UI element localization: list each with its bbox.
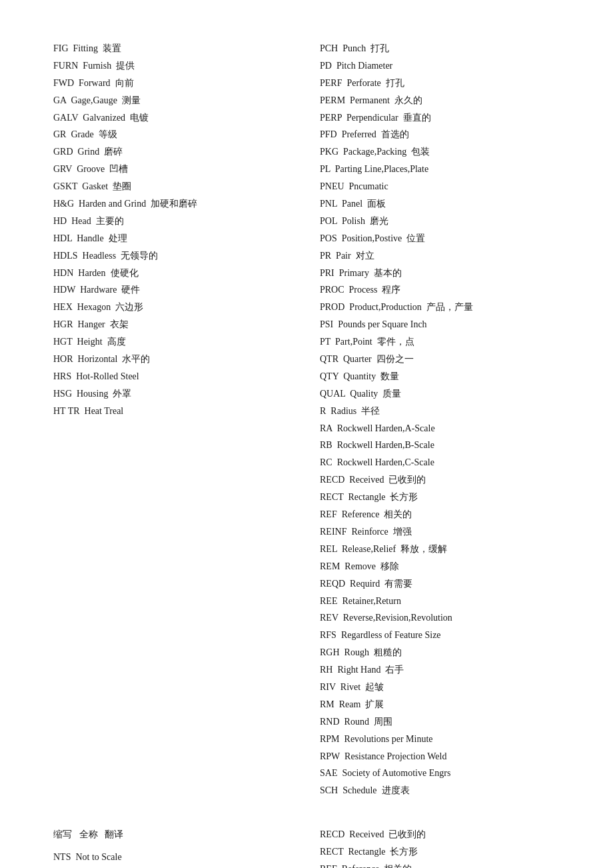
list-item: RECD Received 已收到的 — [320, 826, 560, 843]
list-item: REF Reference 相关的 — [320, 861, 560, 868]
bottom-section: 缩写 全称 翻译 NTS Not to ScaleOA Over All 所有O… — [53, 826, 560, 868]
list-item: PSI Pounds per Square Inch — [320, 316, 560, 333]
list-item: REM Remove 移除 — [320, 558, 560, 575]
list-item: PRI Primary 基本的 — [320, 265, 560, 282]
list-item: SCH Schedule 进度表 — [320, 782, 560, 799]
list-item: GALV Galvanized 电镀 — [53, 109, 293, 127]
list-item: QUAL Quality 质量 — [320, 385, 560, 403]
list-item: FIG Fitting 装置 — [53, 40, 293, 57]
list-item: PFD Preferred 首选的 — [320, 126, 560, 143]
list-item: REF Reference 相关的 — [320, 506, 560, 523]
list-item: GRV Groove 凹槽 — [53, 161, 293, 178]
list-item: HGR Hanger 衣架 — [53, 316, 293, 333]
list-item: RM Ream 扩展 — [320, 696, 560, 713]
list-item: FURN Furnish 提供 — [53, 57, 293, 75]
list-item: RGH Rough 粗糙的 — [320, 644, 560, 661]
list-item: RPM Revolutions per Minute — [320, 731, 560, 748]
list-item: RND Round 周围 — [320, 713, 560, 731]
list-item: HOR Horizontal 水平的 — [53, 351, 293, 368]
list-item: PT Part,Point 零件，点 — [320, 333, 560, 351]
list-item: RECT Rectangle 长方形 — [320, 843, 560, 861]
list-item: FWD Forward 向前 — [53, 75, 293, 92]
list-item: HGT Height 高度 — [53, 333, 293, 351]
list-item: HT TR Heat Treal — [53, 403, 293, 420]
list-item: GR Grade 等级 — [53, 126, 293, 143]
list-item: HDW Hardware 硬件 — [53, 281, 293, 299]
list-item: REINF Reinforce 增强 — [320, 523, 560, 541]
list-item: RECT Rectangle 长方形 — [320, 489, 560, 506]
list-item: REL Release,Relief 释放，缓解 — [320, 541, 560, 558]
list-item: R Radius 半径 — [320, 403, 560, 420]
header-full: 全称 — [79, 829, 98, 839]
list-item: HDL Handle 处理 — [53, 230, 293, 247]
list-item: PERP Perpendicular 垂直的 — [320, 109, 560, 127]
header-abbr: 缩写 — [53, 829, 72, 839]
list-item: PKG Package,Packing 包装 — [320, 143, 560, 161]
list-item: PCH Punch 打孔 — [320, 40, 560, 57]
list-item: HEX Hexagon 六边形 — [53, 299, 293, 316]
list-item: PD Pitch Diameter — [320, 57, 560, 75]
bottom-right-entries: RECD Received 已收到的RECT Rectangle 长方形REF … — [320, 826, 560, 868]
list-item: HDN Harden 使硬化 — [53, 265, 293, 282]
list-item: HDLS Headless 无领导的 — [53, 247, 293, 265]
list-item: GRD Grind 磨碎 — [53, 143, 293, 161]
header-zh: 翻译 — [105, 829, 123, 839]
list-item: PR Pair 对立 — [320, 247, 560, 265]
list-item: HD Head 主要的 — [53, 213, 293, 230]
list-item: POL Polish 磨光 — [320, 213, 560, 230]
list-item: PERM Permanent 永久的 — [320, 92, 560, 109]
list-item: HRS Hot-Rolled Steel — [53, 368, 293, 385]
list-item: REQD Requird 有需要 — [320, 575, 560, 593]
list-item: REV Reverse,Revision,Revolution — [320, 609, 560, 627]
list-item: RH Right Hand 右手 — [320, 661, 560, 679]
list-item: RFS Regardless of Feature Size — [320, 627, 560, 644]
list-item: PROD Product,Production 产品，产量 — [320, 299, 560, 316]
list-item: POS Position,Postive 位置 — [320, 230, 560, 247]
list-item: REE Retainer,Return — [320, 593, 560, 610]
list-item: QTY Quantity 数量 — [320, 368, 560, 385]
list-item: RPW Resistance Projection Weld — [320, 748, 560, 765]
list-item: GSKT Gasket 垫圈 — [53, 178, 293, 195]
list-item: PL Parting Line,Places,Plate — [320, 161, 560, 178]
list-item: RIV Rivet 起皱 — [320, 679, 560, 696]
list-item: PROC Process 程序 — [320, 281, 560, 299]
list-item: SAE Society of Automotive Engrs — [320, 765, 560, 782]
list-item: QTR Quarter 四份之一 — [320, 351, 560, 368]
list-item: RB Rockwell Harden,B-Scale — [320, 437, 560, 454]
list-item: RC Rockwell Harden,C-Scale — [320, 454, 560, 471]
bottom-right-column: RECD Received 已收到的RECT Rectangle 长方形REF … — [320, 826, 560, 868]
list-item: RA Rockwell Harden,A-Scale — [320, 420, 560, 437]
bottom-left-column: 缩写 全称 翻译 NTS Not to ScaleOA Over All 所有O… — [53, 826, 293, 868]
list-item: PNEU Pncumatic — [320, 178, 560, 195]
bottom-left-entries: NTS Not to ScaleOA Over All 所有OBS Obsote… — [53, 849, 293, 868]
list-item: H&G Harden and Grind 加硬和磨碎 — [53, 195, 293, 213]
right-column: PCH Punch 打孔PD Pitch DiameterPERF Perfor… — [320, 40, 560, 799]
list-item: HSG Housing 外罩 — [53, 385, 293, 403]
list-item: RECD Received 已收到的 — [320, 471, 560, 489]
list-item: PERF Perforate 打孔 — [320, 75, 560, 92]
left-column: FIG Fitting 装置FURN Furnish 提供FWD Forward… — [53, 40, 293, 799]
list-item: NTS Not to Scale — [53, 849, 293, 866]
main-layout: FIG Fitting 装置FURN Furnish 提供FWD Forward… — [53, 40, 560, 799]
list-item: PNL Panel 面板 — [320, 195, 560, 213]
list-item: GA Gage,Gauge 测量 — [53, 92, 293, 109]
bottom-header: 缩写 全称 翻译 — [53, 826, 293, 843]
